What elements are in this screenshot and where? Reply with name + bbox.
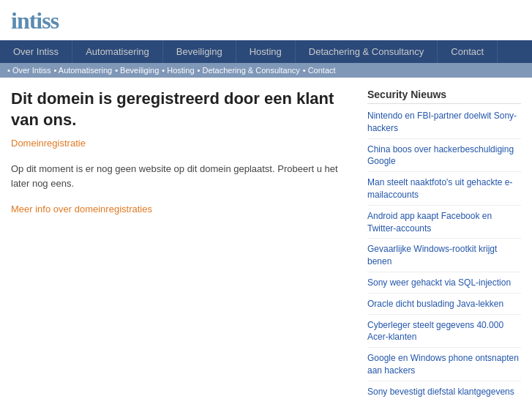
right-column: Security Nieuws Nintendo en FBI-partner …: [367, 89, 521, 399]
news-item-7[interactable]: Cyberleger steelt gegevens 40.000 Acer-k…: [367, 319, 521, 348]
sub-nav-item-over-intiss[interactable]: Over Intiss: [7, 66, 51, 75]
security-news-title: Security Nieuws: [367, 89, 521, 104]
news-item-8[interactable]: Google en Windows phone ontsnapten aan h…: [367, 352, 521, 381]
sub-nav: Over IntissAutomatiseringBeveiligingHost…: [0, 63, 532, 78]
news-item-6[interactable]: Oracle dicht buslading Java-lekken: [367, 298, 521, 315]
nav-item-automatisering[interactable]: Automatisering: [72, 40, 163, 63]
sub-nav-item-beveiliging[interactable]: Beveiliging: [115, 66, 159, 75]
news-item-1[interactable]: China boos over hackerbeschuldiging Goog…: [367, 143, 521, 173]
logo: intiss: [11, 7, 521, 34]
news-list: Nintendo en FBI-partner doelwit Sony-hac…: [367, 110, 521, 399]
nav-item-beveiliging[interactable]: Beveiliging: [163, 40, 236, 63]
news-item-2[interactable]: Man steelt naaktfoto's uit gehackte e-ma…: [367, 176, 521, 206]
sub-nav-item-contact[interactable]: Contact: [303, 66, 336, 75]
content-wrapper: Dit domein is geregistreerd door een kla…: [0, 78, 532, 399]
header: intiss: [0, 0, 532, 40]
news-item-9[interactable]: Sony bevestigt diefstal klantgegevens: [367, 386, 521, 399]
nav-item-hosting[interactable]: Hosting: [236, 40, 296, 63]
nav-item-detachering-and-consultancy[interactable]: Detachering & Consultancy: [296, 40, 438, 63]
more-info-link[interactable]: Meer info over domeinregistraties: [11, 204, 152, 215]
news-item-4[interactable]: Gevaarlijke Windows-rootkit krijgt benen: [367, 243, 521, 272]
sub-nav-item-automatisering[interactable]: Automatisering: [54, 66, 113, 75]
nav-item-over-intiss[interactable]: Over Intiss: [0, 40, 72, 63]
news-item-5[interactable]: Sony weer gehackt via SQL-injection: [367, 277, 521, 294]
security-news-section: Security Nieuws Nintendo en FBI-partner …: [367, 89, 521, 399]
main-heading: Dit domein is geregistreerd door een kla…: [11, 89, 353, 130]
left-column: Dit domein is geregistreerd door een kla…: [11, 89, 353, 399]
news-item-3[interactable]: Android app kaapt Facebook en Twitter-ac…: [367, 210, 521, 239]
nav-item-contact[interactable]: Contact: [438, 40, 498, 63]
sub-nav-item-hosting[interactable]: Hosting: [162, 66, 194, 75]
description-text: Op dit moment is er nog geen website op …: [11, 162, 353, 190]
sub-nav-item-detachering-and-consultancy[interactable]: Detachering & Consultancy: [198, 66, 300, 75]
domain-registration-link[interactable]: Domeinregistratie: [11, 138, 353, 149]
main-nav: Over IntissAutomatiseringBeveiligingHost…: [0, 40, 532, 63]
news-item-0[interactable]: Nintendo en FBI-partner doelwit Sony-hac…: [367, 110, 521, 139]
